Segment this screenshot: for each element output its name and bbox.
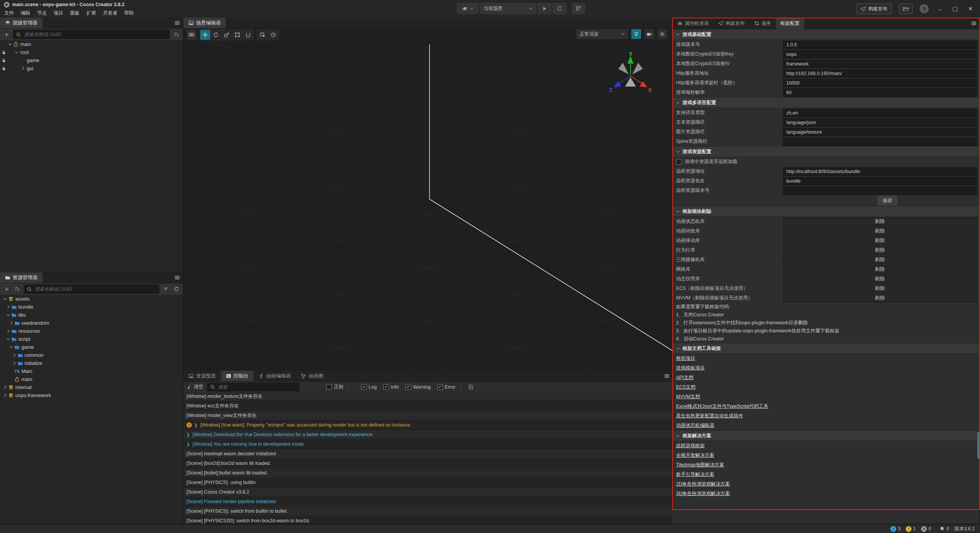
field-input-1-2[interactable] — [783, 128, 977, 136]
scene-camera-button[interactable] — [644, 29, 654, 39]
move-tool-button[interactable] — [200, 30, 210, 40]
hierarchy-tree-item-main[interactable]: main — [0, 40, 183, 48]
expand-chevron-icon[interactable]: ❯ — [194, 423, 198, 428]
field-input-0-2[interactable] — [783, 60, 977, 68]
console-tab-0[interactable]: 资源预览 — [183, 371, 221, 381]
menu-item-0[interactable]: 文件 — [1, 10, 17, 16]
pivot-toggle-button[interactable] — [258, 30, 268, 40]
log-row[interactable]: [Scene] meshopt wasm decoder initialized — [183, 449, 673, 459]
checkbox-log[interactable] — [361, 384, 367, 390]
ui-transform-tool-button[interactable] — [243, 30, 253, 40]
log-row[interactable]: [Scene] Forward render pipeline initiali… — [183, 497, 673, 507]
doc-link-4-0[interactable]: 教程项目 — [676, 355, 695, 362]
assets-tree-item-common[interactable]: common — [0, 351, 183, 359]
remove-module-button-4[interactable]: 剔除 — [783, 256, 977, 264]
log-row[interactable]: [Scene] [PHYSICS]: switch from builtin t… — [183, 507, 673, 516]
chevron-down-icon[interactable] — [3, 297, 8, 301]
remove-module-button-7[interactable]: 剔除 — [783, 284, 977, 293]
rect-tool-button[interactable] — [232, 30, 242, 40]
doc-link-4-3[interactable]: ECS文档 — [676, 384, 696, 391]
console-filter-info[interactable]: Info — [383, 384, 399, 390]
assets-tree-item-assets[interactable]: assets — [0, 295, 183, 303]
assets-tree-item-internal[interactable]: internal — [0, 383, 183, 391]
hierarchy-menu-icon[interactable] — [175, 20, 180, 26]
log-row[interactable]: [Window] model_view文件夹存在 — [183, 411, 673, 420]
assets-search-input[interactable] — [34, 286, 156, 292]
console-regex-toggle[interactable]: 正则 — [326, 384, 343, 390]
field-input-2-2[interactable] — [783, 186, 977, 195]
assets-menu-icon[interactable] — [175, 275, 180, 280]
section-header[interactable]: 框架模块剔除 — [673, 206, 980, 217]
remove-module-button-3[interactable]: 剔除 — [783, 246, 977, 255]
assets-filter-button[interactable] — [162, 285, 170, 293]
doc-link-5-0[interactable]: 战棋游戏框架 — [676, 443, 705, 449]
tab-assets[interactable]: 资源管理器 — [0, 272, 42, 283]
scene-select-dropdown[interactable]: 当前场景 — [480, 3, 536, 14]
remove-module-button-2[interactable]: 剔除 — [783, 237, 977, 245]
section-header[interactable]: 游戏多语言配置 — [673, 97, 980, 108]
console-tab-1[interactable]: 控制台 — [221, 371, 253, 381]
chevron-right-icon[interactable] — [12, 361, 17, 365]
log-row[interactable]: [Window] render_texture文件夹存在 — [183, 392, 673, 401]
hierarchy-tree-item-root[interactable]: root — [0, 48, 183, 56]
checkbox-error[interactable] — [437, 384, 443, 390]
maximize-button[interactable]: ▢ — [951, 5, 959, 12]
coordinate-toggle-button[interactable] — [268, 30, 278, 40]
log-row[interactable]: ❯[Window] You are running Vue in develop… — [183, 440, 673, 449]
section-header[interactable]: 游戏资源配置 — [673, 146, 980, 157]
assets-tree-item-oops-framework[interactable]: oops-framework — [0, 391, 183, 399]
chevron-right-icon[interactable] — [3, 393, 8, 397]
assets-tree-item-script[interactable]: script — [0, 335, 183, 343]
scale-tool-button[interactable] — [222, 30, 232, 40]
inspector-tab-1[interactable]: 构建发布 — [714, 18, 750, 29]
console-tab-2[interactable]: 动画编辑器 — [253, 371, 296, 381]
minimize-button[interactable]: – — [936, 6, 944, 12]
scene-settings-button[interactable] — [657, 29, 667, 39]
console-log-file-button[interactable] — [467, 383, 475, 391]
field-input-0-5[interactable] — [783, 88, 977, 97]
console-clear-button[interactable]: 清空 — [186, 384, 203, 390]
doc-link-5-3[interactable]: 新手引导解决方案 — [676, 471, 714, 478]
remote-load-checkbox[interactable] — [676, 159, 682, 165]
remove-module-button-0[interactable]: 剔除 — [783, 217, 977, 226]
assets-tree-item-Main[interactable]: TSMain — [0, 367, 183, 375]
expand-chevron-icon[interactable]: ❯ — [186, 442, 190, 447]
lighting-toggle-button[interactable] — [631, 29, 641, 39]
log-row[interactable]: !❯[Window] [Vue warn]: Property "onInput… — [183, 420, 673, 430]
inspector-tab-0[interactable]: 属性检查器 — [673, 18, 714, 29]
log-row[interactable]: ❯[Window] Download the Vue Devtools exte… — [183, 430, 673, 440]
assets-tree-item-libs[interactable]: libs — [0, 311, 183, 319]
assets-tree-item-main[interactable]: main — [0, 375, 183, 383]
doc-link-4-6[interactable]: 原生包热更新配置自动生成插件 — [676, 413, 743, 419]
field-input-1-0[interactable] — [783, 109, 977, 117]
assets-sort-button[interactable] — [13, 285, 21, 293]
doc-link-5-4[interactable]: 2D角色扮演游戏解决方案 — [676, 481, 730, 487]
inspector-tab-3[interactable]: 框架配置 — [776, 18, 804, 29]
open-project-folder-button[interactable] — [899, 3, 913, 14]
field-input-0-1[interactable] — [783, 50, 977, 59]
remove-module-button-6[interactable]: 剔除 — [783, 275, 977, 283]
log-row[interactable]: [Scene] [bullet]:bullet wasm lib loaded. — [183, 468, 673, 478]
rotate-tool-button[interactable] — [211, 30, 221, 40]
chevron-right-icon[interactable] — [3, 385, 8, 389]
scrollbar-thumb[interactable] — [977, 432, 979, 459]
chevron-right-icon[interactable] — [9, 321, 14, 325]
menu-item-3[interactable]: 项目 — [50, 10, 67, 16]
chevron-right-icon[interactable] — [21, 66, 26, 70]
field-input-2-0[interactable] — [783, 167, 977, 176]
remote-load-checkbox-row[interactable]: 游戏中资源是否远程加载 — [673, 157, 980, 167]
hierarchy-filter-button[interactable] — [172, 30, 181, 39]
log-row[interactable]: [Scene] [PHYSICS]: using builtin. — [183, 478, 673, 487]
field-input-1-1[interactable] — [783, 118, 977, 127]
play-button[interactable] — [537, 3, 552, 14]
assets-tree-item-initialize[interactable]: initialize — [0, 359, 183, 367]
console-search-input[interactable] — [217, 384, 296, 390]
checkbox-warning[interactable] — [405, 384, 411, 390]
inspector-menu-icon[interactable] — [971, 21, 977, 26]
save-button[interactable]: 保存 — [878, 196, 897, 205]
field-input-0-0[interactable] — [783, 41, 977, 49]
chevron-down-icon[interactable] — [6, 337, 11, 341]
chevron-down-icon[interactable] — [8, 42, 13, 46]
doc-link-4-2[interactable]: API文档 — [676, 374, 693, 381]
tab-scene-editor[interactable]: 场景编辑器 — [183, 18, 226, 28]
